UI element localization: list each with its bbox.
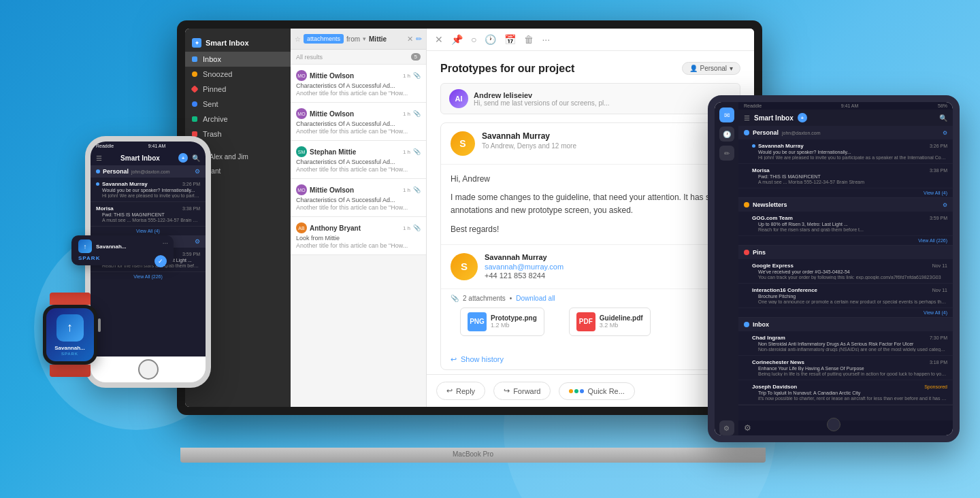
watch-band-top: [50, 293, 91, 305]
ipad-email-item-5[interactable]: Interaction16 Conference Nov 11 Brochure…: [738, 284, 953, 308]
ipad-section-header-pins: Pins: [738, 246, 953, 259]
history-icon: ↩: [451, 355, 457, 364]
attachment-file-png[interactable]: PNG Prototype.png 1.2 Mb: [460, 308, 544, 336]
iphone-hamburger-icon[interactable]: ☰: [96, 154, 102, 162]
iphone-search-icon[interactable]: 🔍: [192, 154, 200, 162]
sidebar-item-pinned[interactable]: Pinned: [185, 82, 291, 97]
attachment-icon-5: 📎: [413, 225, 421, 231]
conversation-preview[interactable]: AI Andrew Ieliseiev Hi, send me last ver…: [440, 83, 740, 114]
ipad-sidebar-icon-inbox[interactable]: ✉: [719, 107, 734, 122]
macbook-frame: ✦ Smart Inbox Inbox Snoozed Pinned: [177, 20, 762, 415]
iphone-compose-icon[interactable]: +: [178, 153, 188, 163]
ipad-sidebar-icon-clock[interactable]: 🕐: [719, 127, 734, 142]
attachments-row: 📎 2 attachments • Download all: [441, 288, 740, 308]
ipad-compose-icon[interactable]: +: [798, 113, 807, 122]
notification-actions: ···: [163, 239, 168, 247]
notification-check-icon[interactable]: ✓: [154, 255, 167, 267]
sidebar-item-snoozed[interactable]: Snoozed: [185, 67, 291, 82]
andrew-avatar: AI: [449, 89, 468, 108]
email-label-button[interactable]: 👤 Personal ▾: [682, 62, 740, 75]
ipad-section-personal: Personal john@daxton.com ⚙ Savannah Murr…: [738, 126, 953, 198]
message-signature: S Savannah Murray savannah@murray.com +4…: [441, 244, 740, 288]
iphone-home-button[interactable]: [138, 359, 159, 380]
message-item-3[interactable]: SM Stephan Mittie 1 h 📎 Characteristics …: [291, 141, 426, 179]
sidebar-item-sent[interactable]: Sent: [185, 97, 291, 112]
ipad-email-item-8[interactable]: Joseph Davidson Sponsored Trip To Iqalui…: [738, 380, 953, 405]
search-tag-attachments[interactable]: attachments: [304, 34, 344, 44]
ipad-bottom-settings-icon[interactable]: ⚙: [744, 423, 751, 433]
ipad-sidebar-icon-compose[interactable]: ✏: [719, 146, 734, 161]
ipad-view-all-personal[interactable]: View All (4): [738, 188, 953, 197]
iphone-view-all-personal[interactable]: View All (4): [91, 227, 206, 235]
message-item-5[interactable]: AB Anthony Bryant 1 h 📎 Look from Mittie…: [291, 217, 426, 255]
email-detail-panel: ✕ 📌 ○ 🕐 📅 🗑 ··· Prototypes for our proje…: [427, 29, 754, 407]
attachment-file-pdf[interactable]: PDF Guideline.pdf 3.2 Mb: [569, 308, 651, 336]
avatar-4: MO: [296, 184, 307, 195]
ipad-email-item-7[interactable]: Corinechester News 3:18 PM Enhance Your …: [738, 356, 953, 380]
watch-frame: ↑ Savannah... SPARK: [43, 305, 97, 365]
calendar-icon[interactable]: 📅: [504, 34, 516, 45]
ipad-email-item-6[interactable]: Chad Ingram 7:30 PM Non Steroidal Anti I…: [738, 331, 953, 356]
macbook-base: [180, 448, 766, 463]
ipad-content: Personal john@daxton.com ⚙ Savannah Murr…: [738, 126, 953, 420]
pin-icon[interactable]: 📌: [451, 34, 463, 45]
email-content: Prototypes for our project 👤 Personal ▾ …: [427, 51, 754, 374]
ipad-inbox-dot: [744, 322, 749, 327]
iphone-email-item-2[interactable]: Morisa 3:38 PM Fwd: THIS IS MAGNIFICENT …: [91, 202, 206, 227]
ipad-sidebar-icon-settings[interactable]: ⚙: [719, 420, 734, 435]
ipad-unread-dot-1: [752, 144, 755, 148]
avatar-5: AB: [296, 222, 307, 233]
circle-icon[interactable]: ○: [471, 34, 476, 45]
watch-app-icon[interactable]: ↑: [56, 314, 84, 342]
quick-reply-button[interactable]: Quick Re...: [559, 382, 634, 400]
ipad-hamburger-icon[interactable]: ☰: [744, 114, 750, 122]
download-all-button[interactable]: Download all: [516, 295, 555, 302]
sidebar-smart-inbox[interactable]: ✦ Smart Inbox: [185, 34, 291, 52]
ipad-home-button[interactable]: [827, 418, 840, 431]
iphone-view-all-newsletters[interactable]: View All (226): [91, 272, 206, 281]
iphone-nav-bar: ☰ Smart Inbox + 🔍: [91, 150, 206, 165]
ipad-search-icon[interactable]: 🔍: [939, 114, 947, 122]
watch-crown[interactable]: [98, 318, 101, 332]
ipad-email-item-1[interactable]: Savannah Murray 3:26 PM Would you be our…: [738, 139, 953, 164]
sidebar-item-archive[interactable]: Archive: [185, 112, 291, 127]
message-item-1[interactable]: MO Mittie Owlson 1 h 📎 Characteristics O…: [291, 65, 426, 103]
search-clear-button[interactable]: ✕: [407, 35, 413, 44]
ipad-email-item-4[interactable]: Google Express Nov 11 We've received you…: [738, 259, 953, 284]
ipad-newsletters-settings-icon[interactable]: ⚙: [943, 202, 947, 208]
show-history-button[interactable]: ↩ Show history: [441, 350, 740, 369]
reply-button[interactable]: ↩ Reply: [436, 382, 485, 400]
search-bar[interactable]: ☆ attachments from ▾ Mittie ✕ ✏: [291, 29, 426, 50]
forward-button[interactable]: ↪ Forward: [493, 382, 551, 400]
more-icon[interactable]: ···: [542, 34, 550, 45]
ipad-email-item-3[interactable]: GOG.com Team 3:59 PM Up to 80% off Risen…: [738, 212, 953, 236]
from-chevron-icon[interactable]: ▾: [363, 35, 366, 42]
ipad-personal-dot: [744, 130, 749, 135]
sig-info: Savannah Murray savannah@murray.com +44 …: [485, 253, 564, 280]
ipad-section-pins: Pins Google Express Nov 11 We've receive…: [738, 246, 953, 318]
attachment-file-info-pdf: Guideline.pdf 3.2 Mb: [600, 314, 643, 329]
message-item-4[interactable]: MO Mittie Owlson 1 h 📎 Characteristics O…: [291, 179, 426, 217]
star-icon: ☆: [295, 35, 301, 43]
iphone-newsletters-settings-icon[interactable]: ⚙: [195, 238, 200, 245]
sidebar-item-inbox[interactable]: Inbox: [185, 52, 291, 67]
avatar-1: MO: [296, 70, 307, 81]
notification-more-icon[interactable]: ···: [163, 239, 168, 247]
close-icon[interactable]: ✕: [435, 34, 443, 45]
notification-popup: ↑ Savannah... SPARK ··· ✓: [71, 235, 174, 265]
iphone-section-settings-icon[interactable]: ⚙: [195, 168, 200, 175]
email-message-block: S Savannah Murray To Andrew, Denys and 1…: [440, 122, 740, 370]
ipad-section-header-personal: Personal john@daxton.com ⚙: [738, 126, 953, 139]
ipad-personal-settings-icon[interactable]: ⚙: [943, 130, 947, 136]
ipad-view-all-pins[interactable]: View All (4): [738, 308, 953, 317]
message-item-2[interactable]: MO Mittie Owlson 1 h 📎 Characteristics O…: [291, 103, 426, 141]
trash-icon[interactable]: 🗑: [524, 34, 534, 45]
ipad-email-item-2[interactable]: Morisa 3:38 PM Fwd: THIS IS MAGNIFICENT …: [738, 164, 953, 188]
ipad-view-all-newsletters[interactable]: View All (226): [738, 236, 953, 245]
email-title-row: Prototypes for our project 👤 Personal ▾: [440, 62, 740, 75]
inbox-dot-icon: [192, 56, 197, 62]
iphone-email-item-1[interactable]: Savannah Murray 3:26 PM Would you be our…: [91, 178, 206, 202]
ipad-section-header-newsletters: Newsletters ⚙: [738, 198, 953, 212]
clock-icon[interactable]: 🕐: [485, 34, 496, 45]
search-edit-icon[interactable]: ✏: [416, 35, 422, 44]
